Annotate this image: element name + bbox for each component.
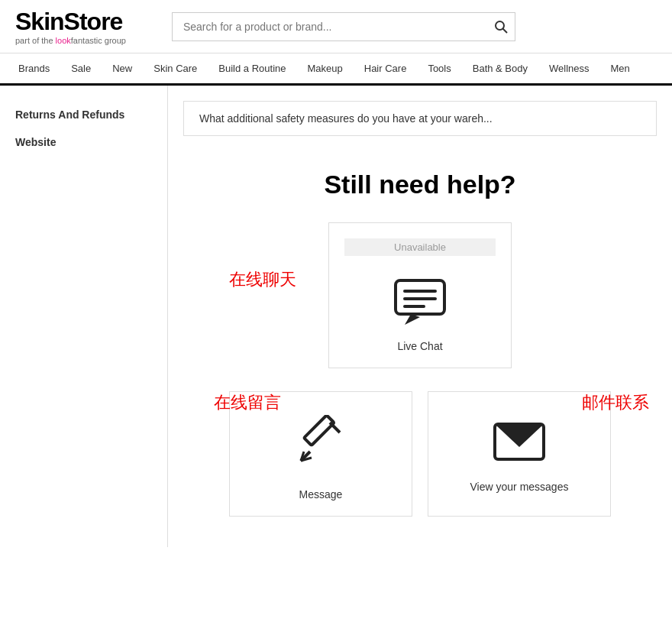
message-label: Message — [299, 488, 343, 501]
search-icon — [494, 20, 508, 34]
envelope-icon — [489, 415, 550, 468]
search-button[interactable] — [494, 20, 508, 34]
live-chat-label: Live Chat — [397, 340, 442, 352]
chinese-chat-label: 在线聊天 — [229, 268, 296, 291]
logo-title: SkinStore — [15, 8, 126, 36]
svg-marker-13 — [495, 424, 544, 447]
svg-rect-8 — [304, 415, 334, 445]
nav-skincare[interactable]: Skin Care — [143, 53, 208, 83]
search-area — [172, 12, 515, 41]
logo-area: SkinStore part of the lookfantastic grou… — [15, 8, 126, 45]
svg-point-0 — [496, 21, 504, 30]
main-nav: Brands Sale New Skin Care Build a Routin… — [0, 53, 672, 86]
chinese-message-label: 在线留言 — [214, 391, 281, 414]
logo-look: look — [56, 36, 71, 45]
nav-new[interactable]: New — [102, 53, 143, 83]
faq-item[interactable]: What additional safety measures do you h… — [183, 101, 657, 136]
logo-subtitle: part of the lookfantastic group — [15, 36, 126, 45]
nav-sale[interactable]: Sale — [60, 53, 102, 83]
nav-routine[interactable]: Build a Routine — [208, 53, 296, 83]
logo-sub-prefix: part of the — [15, 36, 56, 45]
nav-wellness[interactable]: Wellness — [538, 53, 600, 83]
svg-line-1 — [502, 28, 507, 33]
nav-bath[interactable]: Bath & Body — [462, 53, 538, 83]
live-chat-status: Unavailable — [344, 238, 496, 256]
help-title: Still need help? — [199, 170, 641, 199]
sidebar-returns[interactable]: Returns And Refunds — [0, 101, 167, 128]
svg-marker-6 — [405, 314, 420, 325]
view-messages-label: View your messages — [470, 481, 569, 493]
chinese-email-label: 邮件联系 — [582, 391, 649, 414]
sidebar-website[interactable]: Website — [0, 128, 167, 156]
nav-tools[interactable]: Tools — [417, 53, 461, 83]
nav-brands[interactable]: Brands — [8, 53, 60, 83]
main-content: What additional safety measures do you h… — [168, 86, 672, 547]
search-input[interactable] — [172, 12, 515, 41]
nav-haircare[interactable]: Hair Care — [354, 53, 418, 83]
sidebar: Returns And Refunds Website — [0, 86, 168, 547]
logo-sub-suffix: fantastic group — [71, 36, 126, 45]
help-section: Still need help? 在线聊天 Unavailable — [183, 139, 657, 532]
live-chat-card[interactable]: Unavailable Live Chat — [328, 222, 512, 368]
header: SkinStore part of the lookfantastic grou… — [0, 0, 672, 53]
nav-men[interactable]: Men — [600, 53, 641, 83]
content-area: Returns And Refunds Website What additio… — [0, 86, 672, 547]
live-chat-icon — [389, 274, 451, 328]
message-icon — [290, 415, 351, 476]
nav-makeup[interactable]: Makeup — [297, 53, 354, 83]
